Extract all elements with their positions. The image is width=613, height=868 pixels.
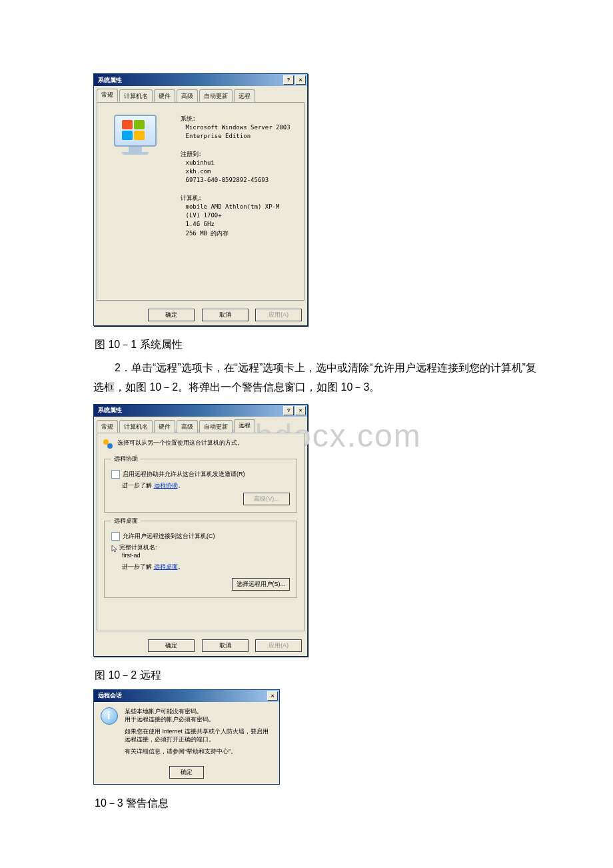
ok-button[interactable]: 确定: [148, 639, 195, 652]
dlg-line4: 有关详细信息，请参阅“帮助和支持中心”。: [125, 747, 273, 755]
computer-line: 1.46 GHz: [181, 220, 291, 229]
tab-auto-updates[interactable]: 自动更新: [199, 89, 233, 102]
remote-desktop-checkbox[interactable]: [111, 532, 120, 541]
tab-hardware[interactable]: 硬件: [154, 420, 175, 433]
remote-assist-advanced-button[interactable]: 高级(V)...: [243, 493, 290, 505]
computer-header: 计算机:: [181, 194, 291, 203]
help-icon[interactable]: ?: [283, 75, 294, 85]
registered-line: xubinhui: [181, 159, 291, 167]
tab-hardware[interactable]: 硬件: [154, 89, 175, 102]
registered-line: xkh.com: [181, 167, 291, 176]
remote-tab-content: 选择可以从另一个位置使用这台计算机的方式。 远程协助 启用远程协助并允许从这台计…: [97, 433, 305, 631]
figure-caption-2: 图 10－2 远程: [95, 669, 540, 683]
help-icon[interactable]: ?: [283, 406, 294, 415]
dialog-buttons: 确定 取消 应用(A): [94, 634, 307, 656]
figure-caption-1: 图 10－1 系统属性: [95, 338, 540, 352]
ok-button[interactable]: 确定: [148, 309, 195, 321]
remote-desktop-label: 允许用户远程连接到这台计算机(C): [123, 532, 215, 541]
computer-line: mobile AMD Athlon(tm) XP-M: [181, 203, 291, 211]
paragraph-1: 2．单击“远程”选项卡，在“远程”选项卡上，选中或清除“允许用户远程连接到您的计…: [93, 359, 540, 397]
computer-line: (LV) 1700+: [181, 211, 291, 220]
cursor-icon: [111, 545, 118, 553]
learn-more-pre: 进一步了解: [122, 563, 152, 570]
figure-caption-3: 10－3 警告信息: [95, 797, 540, 811]
fig10-2-titlebar: 系统属性 ? ×: [94, 405, 307, 417]
tab-general[interactable]: 常规: [97, 89, 118, 102]
tabs-row: 常规 计算机名 硬件 高级 自动更新 远程: [97, 89, 305, 102]
tab-advanced[interactable]: 高级: [177, 420, 198, 433]
registered-line: 69713-640-0592892-45693: [181, 176, 291, 185]
remote-notice: 选择可以从另一个位置使用这台计算机的方式。: [117, 439, 243, 447]
tab-remote[interactable]: 远程: [234, 89, 255, 102]
fig10-3-titlebar: 远程会话 ×: [94, 690, 279, 702]
window-title: 系统属性: [95, 76, 282, 85]
tab-auto-updates[interactable]: 自动更新: [199, 420, 233, 433]
registered-header: 注册到:: [181, 150, 291, 159]
learn-more-pre: 进一步了解: [122, 482, 152, 489]
dialog-buttons: 确定 取消 应用(A): [94, 303, 307, 325]
tab-remote[interactable]: 远程: [234, 419, 255, 433]
system-line: Enterprise Edition: [181, 132, 291, 141]
close-icon[interactable]: ×: [267, 691, 278, 701]
remote-assist-label: 启用远程协助并允许从这台计算机发送邀请(R): [123, 470, 245, 479]
remote-assist-legend: 远程协助: [111, 455, 141, 463]
system-line: Microsoft Windows Server 2003: [181, 123, 291, 132]
fig10-1-window: 系统属性 ? × 常规 计算机名 硬件 高级 自动更新 远程 系统: Micro…: [93, 73, 308, 326]
full-name-label: 完整计算机名:: [119, 544, 157, 551]
remote-desktop-legend: 远程桌面: [111, 517, 141, 525]
close-icon[interactable]: ×: [295, 75, 306, 85]
remote-icon: [103, 439, 113, 449]
general-tab-content: 系统: Microsoft Windows Server 2003 Enterp…: [97, 102, 305, 301]
info-icon: i: [101, 707, 119, 726]
cancel-button[interactable]: 取消: [202, 309, 249, 321]
dialog-title: 远程会话: [95, 691, 266, 700]
system-info-block: 系统: Microsoft Windows Server 2003 Enterp…: [181, 108, 291, 238]
remote-assist-link[interactable]: 远程协助: [154, 482, 178, 489]
window-title: 系统属性: [95, 406, 282, 415]
windows-logo-icon: [112, 108, 159, 155]
fig10-3-dialog: 远程会话 × i 某些本地帐户可能没有密码。 用于远程连接的帐户必须有密码。 如…: [93, 689, 280, 785]
document-page: 系统属性 ? × 常规 计算机名 硬件 高级 自动更新 远程 系统: Micro…: [0, 0, 613, 857]
select-remote-users-button[interactable]: 选择远程用户(S)...: [232, 578, 291, 591]
tab-computer-name[interactable]: 计算机名: [119, 89, 153, 102]
tabs-row: 常规 计算机名 硬件 高级 自动更新 远程: [97, 419, 305, 433]
fig10-2-window: 系统属性 ? × 常规 计算机名 硬件 高级 自动更新 远程 选择可以从另一个位…: [93, 404, 308, 657]
computer-line: 256 MB 的内存: [181, 229, 291, 238]
system-header: 系统:: [181, 115, 291, 123]
tab-computer-name[interactable]: 计算机名: [119, 420, 153, 433]
remote-assist-checkbox[interactable]: [111, 470, 120, 479]
remote-desktop-group: 远程桌面 允许用户远程连接到这台计算机(C) 完整计算机名: first-ad: [104, 517, 297, 598]
apply-button[interactable]: 应用(A): [255, 309, 302, 321]
cancel-button[interactable]: 取消: [202, 639, 249, 652]
dlg-line1: 某些本地帐户可能没有密码。: [125, 708, 203, 715]
tab-advanced[interactable]: 高级: [177, 89, 198, 102]
tab-general[interactable]: 常规: [97, 420, 118, 433]
ok-button[interactable]: 确定: [169, 766, 204, 779]
dlg-line2: 用于远程连接的帐户必须有密码。: [125, 716, 215, 723]
remote-desktop-link[interactable]: 远程桌面: [154, 563, 178, 570]
full-computer-name: first-ad: [119, 552, 141, 559]
dlg-line3: 如果您在使用 Internet 连接共享或个人防火墙，要启用远程连接，必须打开正…: [125, 727, 273, 743]
close-icon[interactable]: ×: [295, 406, 306, 415]
remote-assist-group: 远程协助 启用远程协助并允许从这台计算机发送邀请(R) 进一步了解 远程协助。 …: [104, 455, 297, 513]
dialog-text: 某些本地帐户可能没有密码。 用于远程连接的帐户必须有密码。 如果您在使用 Int…: [125, 707, 273, 760]
fig10-1-titlebar: 系统属性 ? ×: [94, 74, 307, 86]
apply-button[interactable]: 应用(A): [255, 639, 302, 652]
